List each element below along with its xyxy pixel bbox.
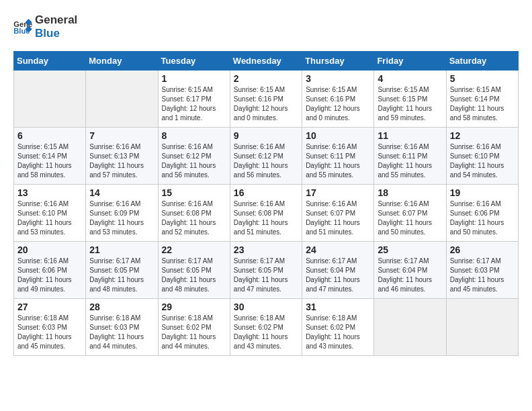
calendar-cell: 7Sunrise: 6:16 AM Sunset: 6:13 PM Daylig… <box>86 127 158 184</box>
day-info: Sunrise: 6:18 AM Sunset: 6:02 PM Dayligh… <box>234 314 298 351</box>
calendar-cell <box>14 70 86 127</box>
day-info: Sunrise: 6:18 AM Sunset: 6:03 PM Dayligh… <box>17 314 82 351</box>
day-info: Sunrise: 6:16 AM Sunset: 6:07 PM Dayligh… <box>306 199 370 237</box>
calendar-cell: 24Sunrise: 6:17 AM Sunset: 6:04 PM Dayli… <box>302 241 374 298</box>
day-info: Sunrise: 6:16 AM Sunset: 6:12 PM Dayligh… <box>234 142 298 180</box>
day-number: 11 <box>378 130 442 141</box>
calendar-cell: 15Sunrise: 6:16 AM Sunset: 6:08 PM Dayli… <box>158 184 230 241</box>
logo-general: General <box>35 13 77 27</box>
calendar-cell: 13Sunrise: 6:16 AM Sunset: 6:10 PM Dayli… <box>14 184 86 241</box>
calendar-week-4: 20Sunrise: 6:16 AM Sunset: 6:06 PM Dayli… <box>14 241 519 298</box>
day-number: 28 <box>89 302 154 312</box>
calendar-week-3: 13Sunrise: 6:16 AM Sunset: 6:10 PM Dayli… <box>14 184 519 241</box>
day-number: 23 <box>234 244 298 255</box>
calendar-cell: 17Sunrise: 6:16 AM Sunset: 6:07 PM Dayli… <box>302 184 374 241</box>
calendar-cell: 1Sunrise: 6:15 AM Sunset: 6:17 PM Daylig… <box>158 70 230 127</box>
day-info: Sunrise: 6:17 AM Sunset: 6:03 PM Dayligh… <box>450 257 515 294</box>
day-info: Sunrise: 6:17 AM Sunset: 6:04 PM Dayligh… <box>378 257 442 294</box>
day-number: 31 <box>306 302 370 312</box>
calendar-cell: 20Sunrise: 6:16 AM Sunset: 6:06 PM Dayli… <box>14 241 86 298</box>
day-info: Sunrise: 6:17 AM Sunset: 6:05 PM Dayligh… <box>234 257 298 294</box>
calendar-cell: 14Sunrise: 6:16 AM Sunset: 6:09 PM Dayli… <box>86 184 158 241</box>
calendar-cell: 5Sunrise: 6:15 AM Sunset: 6:14 PM Daylig… <box>446 70 518 127</box>
calendar-cell: 10Sunrise: 6:16 AM Sunset: 6:11 PM Dayli… <box>302 127 374 184</box>
calendar-cell: 22Sunrise: 6:17 AM Sunset: 6:05 PM Dayli… <box>158 241 230 298</box>
day-number: 6 <box>17 130 82 141</box>
day-number: 3 <box>306 73 370 84</box>
calendar-cell: 29Sunrise: 6:18 AM Sunset: 6:02 PM Dayli… <box>158 298 230 355</box>
day-info: Sunrise: 6:16 AM Sunset: 6:09 PM Dayligh… <box>89 199 154 237</box>
calendar-cell: 11Sunrise: 6:16 AM Sunset: 6:11 PM Dayli… <box>374 127 446 184</box>
day-number: 21 <box>89 244 154 255</box>
weekday-tuesday: Tuesday <box>158 51 230 70</box>
calendar-table: SundayMondayTuesdayWednesdayThursdayFrid… <box>13 51 519 356</box>
day-number: 13 <box>17 187 82 198</box>
day-info: Sunrise: 6:16 AM Sunset: 6:08 PM Dayligh… <box>162 199 226 237</box>
weekday-thursday: Thursday <box>302 51 374 70</box>
day-info: Sunrise: 6:15 AM Sunset: 6:15 PM Dayligh… <box>378 85 442 123</box>
page-header: General Blue General Blue <box>13 13 519 41</box>
weekday-monday: Monday <box>86 51 158 70</box>
day-info: Sunrise: 6:18 AM Sunset: 6:03 PM Dayligh… <box>89 314 154 351</box>
calendar-cell: 26Sunrise: 6:17 AM Sunset: 6:03 PM Dayli… <box>446 241 518 298</box>
calendar-cell: 31Sunrise: 6:18 AM Sunset: 6:02 PM Dayli… <box>302 298 374 355</box>
day-number: 17 <box>306 187 370 198</box>
day-info: Sunrise: 6:16 AM Sunset: 6:06 PM Dayligh… <box>450 199 515 237</box>
day-info: Sunrise: 6:16 AM Sunset: 6:08 PM Dayligh… <box>234 199 298 237</box>
calendar-week-2: 6Sunrise: 6:15 AM Sunset: 6:14 PM Daylig… <box>14 127 519 184</box>
day-info: Sunrise: 6:15 AM Sunset: 6:16 PM Dayligh… <box>234 85 298 123</box>
calendar-cell: 4Sunrise: 6:15 AM Sunset: 6:15 PM Daylig… <box>374 70 446 127</box>
calendar-cell: 12Sunrise: 6:16 AM Sunset: 6:10 PM Dayli… <box>446 127 518 184</box>
day-info: Sunrise: 6:17 AM Sunset: 6:04 PM Dayligh… <box>306 257 370 294</box>
calendar-cell <box>374 298 446 355</box>
day-info: Sunrise: 6:17 AM Sunset: 6:05 PM Dayligh… <box>162 257 226 294</box>
calendar-cell: 28Sunrise: 6:18 AM Sunset: 6:03 PM Dayli… <box>86 298 158 355</box>
day-info: Sunrise: 6:16 AM Sunset: 6:10 PM Dayligh… <box>17 199 82 237</box>
day-number: 12 <box>450 130 515 141</box>
logo-blue: Blue <box>35 27 77 40</box>
day-info: Sunrise: 6:15 AM Sunset: 6:16 PM Dayligh… <box>306 85 370 123</box>
calendar-week-5: 27Sunrise: 6:18 AM Sunset: 6:03 PM Dayli… <box>14 298 519 355</box>
day-info: Sunrise: 6:16 AM Sunset: 6:11 PM Dayligh… <box>306 142 370 180</box>
calendar-cell: 3Sunrise: 6:15 AM Sunset: 6:16 PM Daylig… <box>302 70 374 127</box>
calendar-cell: 27Sunrise: 6:18 AM Sunset: 6:03 PM Dayli… <box>14 298 86 355</box>
day-number: 2 <box>234 73 298 84</box>
day-number: 16 <box>234 187 298 198</box>
weekday-sunday: Sunday <box>14 51 86 70</box>
day-number: 29 <box>162 302 226 312</box>
weekday-header-row: SundayMondayTuesdayWednesdayThursdayFrid… <box>14 51 519 70</box>
day-number: 9 <box>234 130 298 141</box>
calendar-header: SundayMondayTuesdayWednesdayThursdayFrid… <box>14 51 519 70</box>
day-info: Sunrise: 6:15 AM Sunset: 6:14 PM Dayligh… <box>450 85 515 123</box>
day-info: Sunrise: 6:16 AM Sunset: 6:13 PM Dayligh… <box>89 142 154 180</box>
day-number: 4 <box>378 73 442 84</box>
day-info: Sunrise: 6:16 AM Sunset: 6:07 PM Dayligh… <box>378 199 442 237</box>
calendar-cell <box>86 70 158 127</box>
day-number: 19 <box>450 187 515 198</box>
day-info: Sunrise: 6:18 AM Sunset: 6:02 PM Dayligh… <box>162 314 226 351</box>
day-number: 20 <box>17 244 82 255</box>
day-number: 10 <box>306 130 370 141</box>
calendar-cell: 9Sunrise: 6:16 AM Sunset: 6:12 PM Daylig… <box>230 127 302 184</box>
logo-icon: General Blue <box>13 19 32 35</box>
day-number: 5 <box>450 73 515 84</box>
day-info: Sunrise: 6:15 AM Sunset: 6:14 PM Dayligh… <box>17 142 82 180</box>
day-number: 15 <box>162 187 226 198</box>
day-number: 25 <box>378 244 442 255</box>
day-info: Sunrise: 6:18 AM Sunset: 6:02 PM Dayligh… <box>306 314 370 351</box>
calendar-cell: 21Sunrise: 6:17 AM Sunset: 6:05 PM Dayli… <box>86 241 158 298</box>
calendar-cell: 2Sunrise: 6:15 AM Sunset: 6:16 PM Daylig… <box>230 70 302 127</box>
day-number: 14 <box>89 187 154 198</box>
calendar-cell: 23Sunrise: 6:17 AM Sunset: 6:05 PM Dayli… <box>230 241 302 298</box>
calendar-cell: 19Sunrise: 6:16 AM Sunset: 6:06 PM Dayli… <box>446 184 518 241</box>
day-info: Sunrise: 6:16 AM Sunset: 6:12 PM Dayligh… <box>162 142 226 180</box>
day-number: 22 <box>162 244 226 255</box>
weekday-saturday: Saturday <box>446 51 518 70</box>
day-info: Sunrise: 6:16 AM Sunset: 6:06 PM Dayligh… <box>17 257 82 294</box>
weekday-friday: Friday <box>374 51 446 70</box>
day-number: 26 <box>450 244 515 255</box>
calendar-cell: 30Sunrise: 6:18 AM Sunset: 6:02 PM Dayli… <box>230 298 302 355</box>
day-info: Sunrise: 6:17 AM Sunset: 6:05 PM Dayligh… <box>89 257 154 294</box>
calendar-cell: 8Sunrise: 6:16 AM Sunset: 6:12 PM Daylig… <box>158 127 230 184</box>
day-number: 7 <box>89 130 154 141</box>
